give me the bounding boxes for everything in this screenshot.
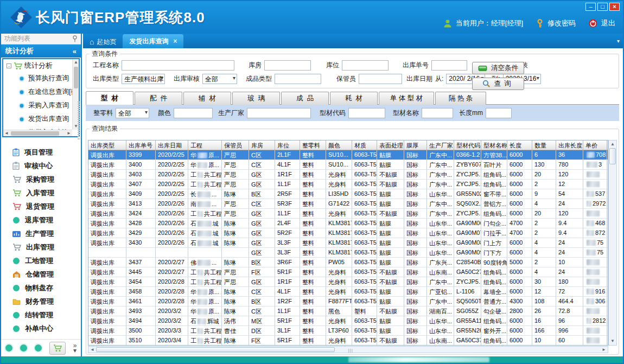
collapse-icon[interactable]: « [73,47,77,55]
module-item[interactable]: 出库管理 [1,240,81,254]
tree-root[interactable]: - 统计分析 [3,59,72,72]
module-item[interactable]: 退库管理 [1,213,81,227]
column-header[interactable]: 出库日期 [156,141,188,150]
table-row[interactable]: 调拨出库34542020/2/28工共工程严思G区1R1F整料光身料6063-T… [88,277,608,287]
table-vertical-scrollbar[interactable]: ▲ ▼ [608,140,617,346]
material-tab[interactable]: 玻 璃 [232,92,280,105]
table-row[interactable]: 调拨出库34002020/2/25华原...严思C区4L1F整料SU10...6… [88,160,608,170]
module-item[interactable]: 入库管理 [1,186,81,200]
audit-select[interactable]: 全部 [202,74,237,84]
module-item[interactable]: 物料盘存 [1,281,81,295]
module-scrollbar[interactable] [78,101,80,139]
maximize-button[interactable]: □ [597,3,608,11]
column-header[interactable]: 出库单号 [126,141,156,150]
column-header[interactable]: 工程 [188,141,222,150]
column-header[interactable]: 膜厚 [404,141,427,150]
material-tab[interactable]: 型 材 [86,91,133,105]
scroll-up-icon[interactable]: ▲ [73,59,79,66]
module-item[interactable]: 审核中心 [1,159,81,173]
table-horizontal-scrollbar[interactable]: ◄ ||| ► [88,346,608,353]
scroll-right-icon[interactable]: ► [66,130,72,137]
material-tab[interactable]: 隔 热 条 [435,92,486,105]
material-tab[interactable]: 单 体 型 材 [379,92,434,105]
column-header[interactable]: 整零料 [300,141,326,150]
tree-item[interactable]: 在途信息查询[待 [3,85,72,99]
tab-close-icon[interactable]: × [173,37,177,45]
module-item[interactable]: 生产管理 [1,227,81,240]
profile-name-input[interactable] [422,108,453,118]
table-row[interactable]: 调拨出库34292020/2/26石城陈琳G区5R2F整料KLM38176063… [88,228,608,238]
column-header[interactable]: 表面处理 [377,141,404,150]
module-item[interactable]: 退货管理 [1,200,81,213]
search-button[interactable]: 查询 [472,78,524,90]
overflow-chevron-icon[interactable]: »▾ [73,343,77,353]
table-row[interactable]: 调拨出库34132020/2/26南...严思C区5R3F整料G71422606… [88,199,608,209]
table-row[interactable]: 调拨出库34372020/2/27佛...陈琳B区3R6F整料PW056063-… [88,258,608,267]
scroll-left-icon[interactable]: ◄ [88,347,96,353]
project-name-input[interactable] [122,60,234,71]
product-type-input[interactable] [275,74,321,84]
scroll-down-icon[interactable]: ▼ [609,338,616,344]
tab-overflow-icon[interactable]: ▾ [617,38,620,44]
order-no-input[interactable] [431,60,467,71]
change-password-link[interactable]: 修改密码 [547,18,576,28]
table-row[interactable]: 调拨出库34302020/2/26石城陈琳G区3L3F整料KLM38176063… [88,238,608,248]
scroll-right-icon[interactable]: ► [600,347,608,353]
column-header[interactable]: 保管员 [222,141,249,150]
module-item[interactable]: 结转管理 [1,308,81,322]
warehouse-input[interactable] [264,60,311,71]
color-input[interactable] [174,108,213,118]
column-header[interactable]: 生产厂家 [427,141,454,150]
table-row[interactable]: 调拨出库34282020/2/26石城陈琳G区2L4F整料KLM38176063… [88,219,608,228]
material-tab[interactable]: 耗 材 [330,92,378,105]
scroll-up-icon[interactable]: ▲ [609,141,616,148]
location-input[interactable] [342,60,389,71]
column-header[interactable]: 出库长度 [556,141,583,150]
table-row[interactable]: 调拨出库34032020/2/25工共工程严思G区1R1F整料光身料6063-T… [88,170,608,180]
column-header[interactable]: 长度 [507,141,532,150]
column-header[interactable]: 出库类型 [88,141,126,150]
column-header[interactable]: 库位 [275,141,300,150]
module-item[interactable]: 工地管理 [1,254,81,267]
module-item[interactable]: 采购管理 [1,173,81,186]
close-button[interactable]: × [609,3,620,11]
table-vscroll-thumb[interactable] [609,148,616,164]
table-row[interactable]: 调拨出库34612020/2/28华原...陈琳B区1R2F整料F8877FT6… [88,297,608,306]
clear-conditions-button[interactable]: 清空条件 [472,62,524,74]
tree-item[interactable]: 采购入库查询 [3,99,72,112]
tree-expander-icon[interactable]: - [7,63,11,68]
table-hscroll-thumb[interactable] [96,347,335,352]
table-row[interactable]: 调拨出库35002020/3/3工共工程曹佳D区3L1F整料LT3P606063… [88,326,608,336]
table-row[interactable]: 调拨出库34072020/2/25工共工程严思G区1L1F整料光身料6063-T… [88,180,608,189]
tab-shipment-outbound-query[interactable]: 发货出库查询 × [123,34,183,48]
maker-input[interactable] [247,108,311,118]
module-item[interactable]: 补单中心 [1,322,81,335]
tab-home[interactable]: ⌂ 起始页 [83,35,123,48]
tree-item[interactable]: 收货入库查询 [3,126,72,130]
material-tab[interactable]: 成 品 [281,92,329,105]
tree-vscroll-thumb[interactable] [74,67,78,88]
column-header[interactable]: 颜色 [326,141,352,150]
table-row[interactable]: 调拨出库33992020/2/25华原...严思C区2L1F整料SU10...6… [88,150,608,160]
column-header[interactable]: 数量 [532,141,556,150]
table-row[interactable]: 调拨出库34932020/3/2华原...陈琳C区1L1F整料黑色塑料不贴膜国标… [88,306,608,316]
whole-part-select[interactable]: 全部 [116,108,149,118]
minimize-button[interactable]: – [585,3,596,11]
out-type-select[interactable]: 生产领料出库 [122,74,165,84]
profile-code-input[interactable] [348,108,385,118]
table-row[interactable]: 调拨出库34452020/2/27工共工程严思F区5R1F整料光身料6063-T… [88,267,608,277]
table-row[interactable]: 调拨出库34942020/3/2石辉城汤伟M区5R1F整料光身料6063-T5贴… [88,316,608,326]
pin-icon[interactable] [72,35,78,42]
table-row[interactable]: 调拨出库34582020/2/28华原...陈琳C区4L1F整料光身料6063-… [88,287,608,297]
tree-hscroll-thumb[interactable] [11,131,59,136]
length-input[interactable] [486,108,512,118]
material-tab[interactable]: 辅 材 [183,92,231,105]
module-item[interactable]: 项目管理 [1,145,81,159]
module-dot-icon[interactable] [5,344,12,352]
table-row[interactable]: 调拨出库35102020/3/4工共工程陈琳F区5R1F整料光身料6063-T5… [88,336,608,346]
column-header[interactable]: 型材名称 [481,141,507,150]
sidebar-section-header[interactable]: 统计分析 « [1,44,81,58]
module-item[interactable]: 报废管理 [1,335,81,338]
logout-link[interactable]: 退出 [601,18,615,28]
module-dot-icon[interactable] [20,344,27,352]
